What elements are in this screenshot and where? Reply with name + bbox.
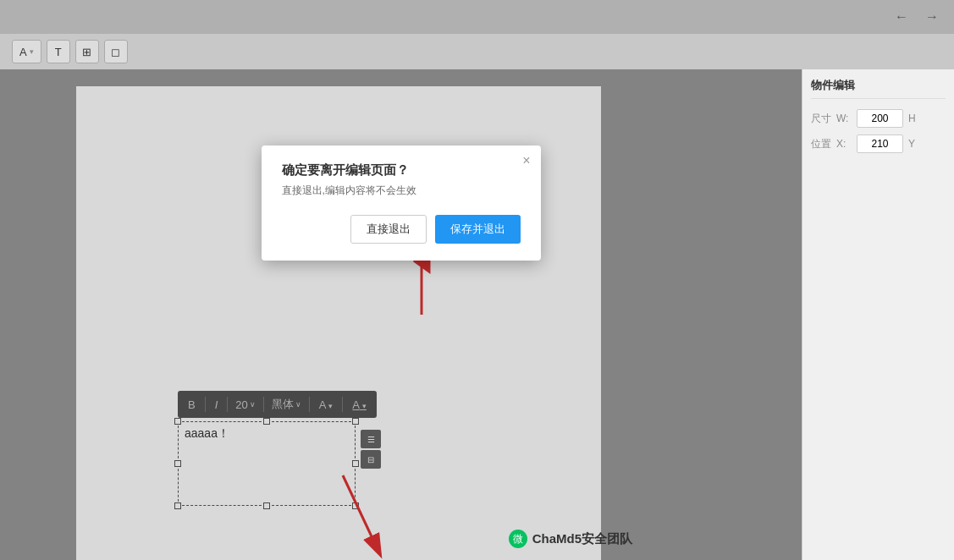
x-input[interactable] <box>857 135 903 153</box>
watermark: 微 ChaMd5安全团队 <box>509 530 632 548</box>
image-tool-button[interactable]: ⊞ <box>75 40 99 63</box>
canvas-area: B I 20 ∨ 黑体 ∨ A ▾ <box>0 69 802 560</box>
confirm-dialog: × 确定要离开编辑页面？ 直接退出,编辑内容将不会生效 直接退出 保存并退出 <box>262 145 541 261</box>
panel-title: 物件编辑 <box>811 78 946 99</box>
toolbar: A ▾ T ⊞ ◻ <box>0 34 954 69</box>
top-bar: ← → <box>0 0 954 34</box>
watermark-text: ChaMd5安全团队 <box>532 531 632 547</box>
right-panel: 物件编辑 尺寸 W: H 位置 X: Y <box>802 69 954 560</box>
shape-tool-button[interactable]: ◻ <box>104 40 128 63</box>
save-and-exit-button[interactable]: 保存并退出 <box>435 215 521 244</box>
t-tool-button[interactable]: T <box>47 40 70 63</box>
text-tool-button[interactable]: A ▾ <box>12 40 41 63</box>
direct-exit-button[interactable]: 直接退出 <box>350 215 427 244</box>
w-label: W: <box>836 113 852 124</box>
x-label: X: <box>836 138 852 150</box>
position-label: 位置 <box>811 137 831 151</box>
size-row: 尺寸 W: H <box>811 109 946 128</box>
dialog-title: 确定要离开编辑页面？ <box>282 162 521 178</box>
main-area: B I 20 ∨ 黑体 ∨ A ▾ <box>0 69 954 560</box>
width-input[interactable] <box>857 109 903 128</box>
dialog-overlay: × 确定要离开编辑页面？ 直接退出,编辑内容将不会生效 直接退出 保存并退出 <box>0 69 802 560</box>
forward-arrow[interactable]: → <box>920 5 944 29</box>
dialog-buttons: 直接退出 保存并退出 <box>282 215 521 244</box>
h-label: H <box>908 113 924 124</box>
wechat-icon: 微 <box>509 530 527 548</box>
size-label: 尺寸 <box>811 112 831 126</box>
dialog-close-button[interactable]: × <box>522 154 530 167</box>
nav-arrows: ← → <box>890 5 944 29</box>
dialog-subtitle: 直接退出,编辑内容将不会生效 <box>282 184 521 198</box>
back-arrow[interactable]: ← <box>890 5 913 29</box>
y-label: Y <box>908 138 924 150</box>
position-row: 位置 X: Y <box>811 135 946 153</box>
